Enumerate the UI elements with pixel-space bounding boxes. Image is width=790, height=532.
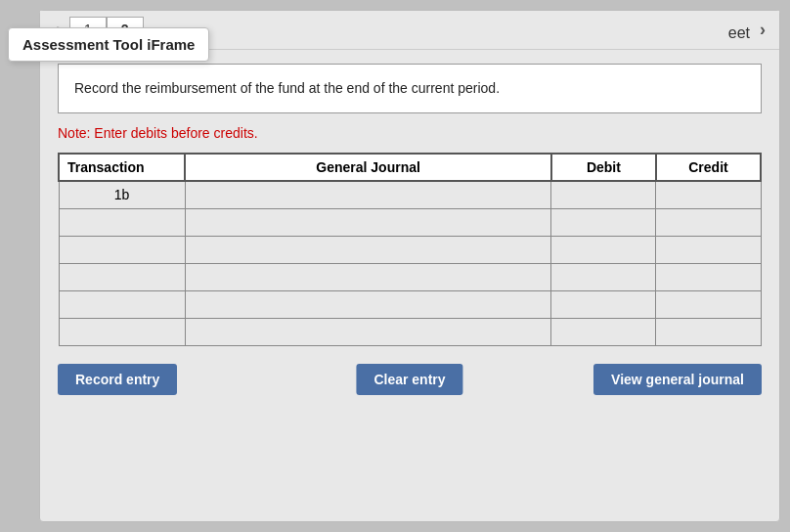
credit-cell-1[interactable] xyxy=(656,181,761,208)
transaction-cell-3 xyxy=(59,236,185,263)
credit-cell-4[interactable] xyxy=(656,263,761,290)
credit-cell-6[interactable] xyxy=(656,318,761,345)
debit-input-1[interactable] xyxy=(557,188,649,202)
transaction-cell-1: 1b xyxy=(59,181,185,208)
debit-cell-3[interactable] xyxy=(551,236,656,263)
table-row xyxy=(59,318,761,345)
transaction-cell-5 xyxy=(59,290,185,318)
debit-cell-1[interactable] xyxy=(551,181,656,208)
credit-input-3[interactable] xyxy=(662,243,754,257)
col-header-general-journal: General Journal xyxy=(185,154,551,181)
iframe-tooltip-label: Assessment Tool iFrame xyxy=(8,27,209,62)
table-row xyxy=(59,236,761,263)
journal-input-4[interactable] xyxy=(192,270,546,285)
debit-cell-2[interactable] xyxy=(551,208,656,236)
journal-cell-1[interactable] xyxy=(185,181,551,208)
debit-input-2[interactable] xyxy=(557,215,649,230)
credit-input-4[interactable] xyxy=(662,270,754,285)
instruction-box: Record the reimbursement of the fund at … xyxy=(58,64,762,113)
col-header-transaction: Transaction xyxy=(59,154,185,181)
record-entry-button[interactable]: Record entry xyxy=(58,364,177,395)
transaction-cell-4 xyxy=(59,263,185,290)
credit-input-1[interactable] xyxy=(662,188,754,202)
clear-entry-button[interactable]: Clear entry xyxy=(356,364,462,395)
table-row xyxy=(59,263,761,290)
eet-text: eet xyxy=(728,24,750,42)
clear-center: Clear entry xyxy=(356,364,462,395)
journal-cell-2[interactable] xyxy=(185,208,551,236)
debit-input-4[interactable] xyxy=(557,270,649,285)
debit-input-6[interactable] xyxy=(557,325,649,339)
journal-cell-4[interactable] xyxy=(185,263,551,290)
col-header-debit: Debit xyxy=(551,154,656,181)
debit-input-3[interactable] xyxy=(557,243,649,257)
journal-cell-5[interactable] xyxy=(185,290,551,318)
journal-input-3[interactable] xyxy=(192,243,546,257)
journal-cell-3[interactable] xyxy=(185,236,551,263)
next-arrow-button[interactable]: › xyxy=(754,18,771,42)
debit-cell-5[interactable] xyxy=(551,290,656,318)
journal-input-6[interactable] xyxy=(192,325,546,339)
credit-input-2[interactable] xyxy=(662,215,754,230)
main-panel: eet ‹ 1 2 › Record the reimbursement of … xyxy=(39,10,780,522)
buttons-wrapper: Record entry Clear entry View general jo… xyxy=(58,364,762,395)
journal-input-2[interactable] xyxy=(192,215,546,230)
journal-input-5[interactable] xyxy=(192,297,546,312)
journal-table: Transaction General Journal Debit Credit… xyxy=(58,153,762,346)
table-row xyxy=(59,208,761,236)
journal-input-1[interactable] xyxy=(192,188,546,202)
note-text: Note: Enter debits before credits. xyxy=(58,125,762,141)
table-row xyxy=(59,290,761,318)
credit-cell-3[interactable] xyxy=(656,236,761,263)
transaction-cell-6 xyxy=(59,318,185,345)
debit-cell-4[interactable] xyxy=(551,263,656,290)
debit-cell-6[interactable] xyxy=(551,318,656,345)
journal-cell-6[interactable] xyxy=(185,318,551,345)
transaction-cell-2 xyxy=(59,208,185,236)
col-header-credit: Credit xyxy=(656,154,761,181)
view-general-journal-button[interactable]: View general journal xyxy=(593,364,762,395)
credit-input-6[interactable] xyxy=(662,325,754,339)
content-area: Record the reimbursement of the fund at … xyxy=(40,50,779,409)
credit-cell-2[interactable] xyxy=(656,208,761,236)
table-row: 1b xyxy=(59,181,761,208)
debit-input-5[interactable] xyxy=(557,297,649,312)
credit-cell-5[interactable] xyxy=(656,290,761,318)
credit-input-5[interactable] xyxy=(662,297,754,312)
